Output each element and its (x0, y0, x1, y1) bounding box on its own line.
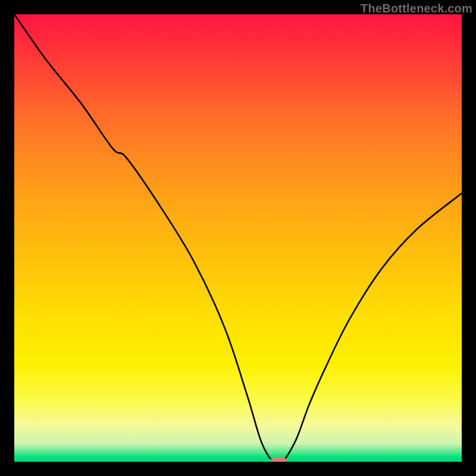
bottleneck-curve-svg (14, 14, 462, 462)
bottleneck-curve-path (14, 14, 462, 462)
optimum-marker (271, 457, 286, 462)
chart-frame: TheBottleneck.com (0, 0, 476, 476)
plot-area (14, 14, 462, 462)
watermark-label: TheBottleneck.com (361, 2, 472, 15)
